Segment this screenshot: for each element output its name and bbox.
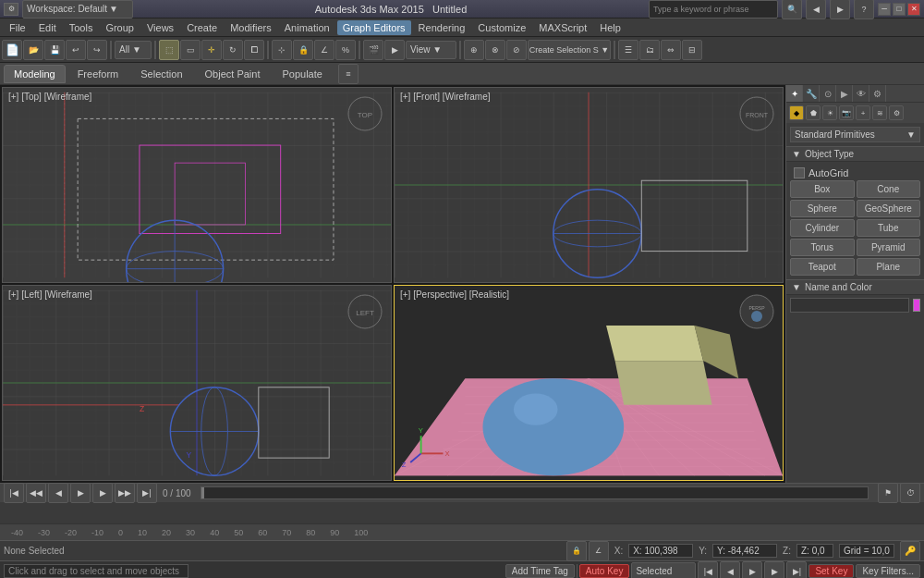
tab-selection[interactable]: Selection (130, 65, 192, 83)
menu-views[interactable]: Views (141, 20, 179, 35)
rp-tab-motion[interactable]: ▶ (836, 85, 853, 102)
named-selection[interactable]: Create Selection S ▼ (528, 40, 611, 60)
viewport-perspective[interactable]: [+] [Perspective] [Realistic] (394, 285, 784, 481)
viewport-front[interactable]: [+] [Front] [Wireframe] FRONT (394, 87, 784, 283)
color-swatch[interactable] (913, 299, 920, 312)
rp-tab-utilities[interactable]: ⚙ (869, 85, 886, 102)
new-btn[interactable]: 📄 (2, 40, 22, 60)
menu-file[interactable]: File (4, 20, 31, 35)
nav-btn-1[interactable]: ◀ (806, 0, 826, 19)
tab-freeform[interactable]: Freeform (67, 65, 129, 83)
btn-cone[interactable]: Cone (857, 180, 921, 198)
menu-rendering[interactable]: Rendering (413, 20, 471, 35)
search-box[interactable]: Type a keyword or phrase (649, 0, 778, 18)
btn-plane[interactable]: Plane (857, 258, 921, 276)
menu-tools[interactable]: Tools (64, 20, 99, 35)
timeline-end[interactable]: ▶| (137, 483, 157, 503)
tool-extra-2[interactable]: ⊗ (485, 40, 505, 60)
btn-tube[interactable]: Tube (857, 219, 921, 237)
move-tool[interactable]: ✛ (201, 40, 222, 60)
pb-end[interactable]: ▶| (786, 561, 807, 579)
viewport-top[interactable]: [+] [Top] [Wireframe] (2, 87, 392, 283)
name-input[interactable] (790, 298, 909, 313)
timeline-next-frame[interactable]: ▶ (92, 483, 113, 503)
rp-geo-btn[interactable]: ◆ (789, 105, 804, 120)
select-region[interactable]: ▭ (180, 40, 201, 60)
set-key-btn[interactable]: Set Key (808, 564, 854, 578)
undo-btn[interactable]: ↩ (66, 40, 86, 60)
btn-pyramid[interactable]: Pyramid (857, 239, 921, 256)
snap-toggle[interactable]: 🔒 (293, 40, 313, 60)
angle-snap-btn[interactable]: ∠ (589, 541, 609, 561)
scene-explorer[interactable]: 🗂 (639, 40, 660, 60)
menu-help[interactable]: Help (594, 20, 626, 35)
render-setup[interactable]: 🎬 (363, 40, 383, 60)
viewport-left[interactable]: [+] [Left] [Wireframe] Z Y LEFT (2, 285, 392, 481)
close-button[interactable]: ✕ (907, 3, 920, 16)
timeline-track[interactable] (201, 486, 869, 499)
btn-torus[interactable]: Torus (790, 239, 855, 256)
timeline-start[interactable]: |◀ (4, 483, 24, 503)
rp-light-btn[interactable]: ☀ (822, 105, 837, 120)
view-dropdown[interactable]: View ▼ (406, 41, 456, 59)
select-filter-dropdown[interactable]: All ▼ (115, 41, 152, 59)
vp-front-gizmo[interactable]: FRONT (738, 95, 775, 132)
menu-edit[interactable]: Edit (33, 20, 62, 35)
btn-cylinder[interactable]: Cylinder (790, 219, 855, 237)
snap-btn[interactable]: 🔒 (566, 541, 587, 561)
help-btn[interactable]: ? (854, 0, 874, 19)
timeline-prev[interactable]: ◀◀ (26, 483, 46, 503)
pb-next[interactable]: ▶ (764, 561, 784, 579)
reference-coord[interactable]: ⊹ (272, 40, 292, 60)
rp-system-btn[interactable]: ⚙ (889, 105, 904, 120)
tab-expand[interactable]: ≡ (338, 64, 359, 84)
vp-left-gizmo[interactable]: LEFT (346, 293, 383, 330)
tool-mirror[interactable]: ⇔ (661, 40, 681, 60)
rp-tab-modify[interactable]: 🔧 (803, 85, 820, 102)
rotate-tool[interactable]: ↻ (223, 40, 243, 60)
search-btn[interactable]: 🔍 (782, 0, 802, 19)
auto-key-btn[interactable]: Auto Key (579, 564, 630, 578)
rp-space-btn[interactable]: ≋ (872, 105, 887, 120)
menu-customize[interactable]: Customize (472, 20, 531, 35)
scale-tool[interactable]: ⧠ (244, 40, 264, 60)
autogrid-checkbox[interactable] (794, 167, 805, 178)
tool-align[interactable]: ⊟ (682, 40, 702, 60)
tab-populate[interactable]: Populate (272, 65, 332, 83)
minimize-button[interactable]: ─ (878, 3, 891, 16)
collapse-arrow[interactable]: ▼ (792, 149, 801, 159)
btn-teapot[interactable]: Teapot (790, 258, 855, 276)
render-btn[interactable]: ▶ (384, 40, 405, 60)
tab-modeling[interactable]: Modeling (4, 65, 66, 83)
layer-btn[interactable]: ☰ (618, 40, 638, 60)
open-btn[interactable]: 📂 (23, 40, 43, 60)
btn-sphere[interactable]: Sphere (790, 200, 855, 217)
app-icon[interactable]: ⚙ (4, 3, 18, 16)
rp-tab-create[interactable]: ✦ (786, 85, 803, 102)
timeline-prev-frame[interactable]: ◀ (48, 483, 68, 503)
menu-animation[interactable]: Animation (279, 20, 335, 35)
vp-persp-gizmo[interactable]: PERSP (738, 293, 775, 330)
menu-modifiers[interactable]: Modifiers (225, 20, 277, 35)
redo-btn[interactable]: ↪ (87, 40, 107, 60)
rp-helper-btn[interactable]: + (856, 105, 870, 120)
pb-play[interactable]: ▶ (742, 561, 762, 579)
tab-object-paint[interactable]: Object Paint (195, 65, 271, 83)
tool-extra-3[interactable]: ⊘ (506, 40, 527, 60)
rp-tab-hierarchy[interactable]: ⊙ (820, 85, 836, 102)
add-time-tag-btn[interactable]: Add Time Tag (505, 564, 575, 578)
select-tool[interactable]: ⬚ (159, 40, 179, 60)
rp-shape-btn[interactable]: ⬟ (806, 105, 821, 120)
vp-top-gizmo[interactable]: TOP (346, 95, 383, 132)
key-mode-btn[interactable]: ⚑ (878, 483, 898, 503)
nc-collapse-arrow[interactable]: ▼ (792, 282, 801, 292)
angle-snap[interactable]: ∠ (314, 40, 334, 60)
primitives-dropdown[interactable]: Standard Primitives ▼ (790, 127, 920, 142)
key-filters-btn[interactable]: Key Filters... (856, 564, 920, 578)
key-mode-dropdown[interactable]: Selected (631, 562, 696, 579)
timeline-play[interactable]: ▶ (70, 483, 91, 503)
menu-group[interactable]: Group (100, 20, 140, 35)
time-config[interactable]: ⏱ (900, 483, 920, 503)
pb-prev[interactable]: ◀ (720, 561, 740, 579)
btn-geosphere[interactable]: GeoSphere (857, 200, 921, 217)
